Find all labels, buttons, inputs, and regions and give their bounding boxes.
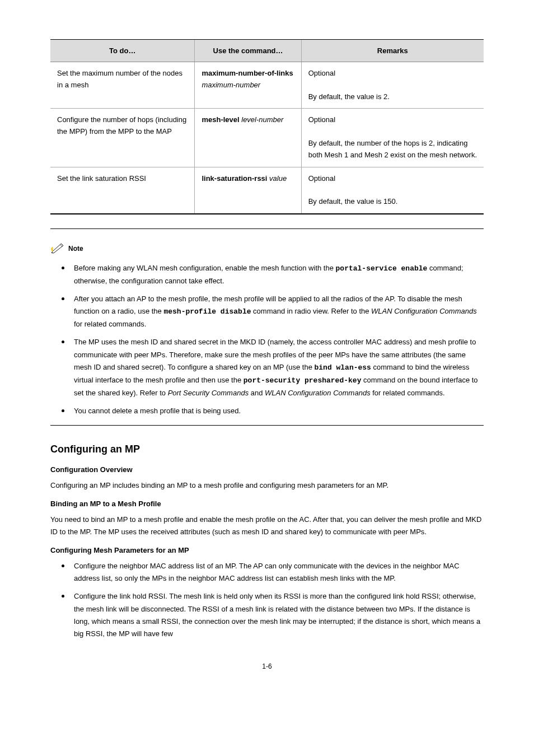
paragraph: You need to bind an MP to a mesh profile…	[50, 514, 484, 538]
table-cell: mesh-level level-number	[195, 109, 301, 167]
table-header: Use the command…	[195, 40, 301, 62]
note-icon	[50, 241, 66, 256]
list-item: After you attach an AP to the mesh profi…	[62, 293, 484, 330]
note-label: Note	[68, 245, 83, 253]
table-cell: Optional By default, the value is 2.	[301, 62, 484, 109]
subheading-bind: Binding an MP to a Mesh Profile	[50, 500, 484, 508]
list-item: The MP uses the mesh ID and shared secre…	[62, 336, 484, 399]
table-cell: Optional By default, the value is 150.	[301, 167, 484, 214]
config-table: To do… Use the command… Remarks Set the …	[50, 39, 484, 214]
page-number: 1-6	[50, 662, 484, 670]
divider	[50, 228, 484, 229]
table-row: Set the maximum number of the nodes in a…	[50, 62, 484, 109]
table-header: To do…	[50, 40, 195, 62]
note-callout: Note	[50, 241, 484, 256]
table-cell: link-saturation-rssi value	[195, 167, 301, 214]
table-header: Remarks	[301, 40, 484, 62]
table-cell: Configure the number of hops (including …	[50, 109, 195, 167]
table-cell: Optional By default, the number of the h…	[301, 109, 484, 167]
table-row: Configure the number of hops (including …	[50, 109, 484, 167]
list-item: Configure the neighbor MAC address list …	[62, 560, 484, 585]
list-item: You cannot delete a mesh profile that is…	[62, 405, 484, 417]
section-heading: Configuring an MP	[50, 444, 484, 455]
list-item: Configure the link hold RSSI. The mesh l…	[62, 590, 484, 640]
paragraph: Configuring an MP includes binding an MP…	[50, 479, 484, 492]
table-cell: Set the maximum number of the nodes in a…	[50, 62, 195, 109]
table-cell: Set the link saturation RSSI	[50, 167, 195, 214]
divider	[50, 425, 484, 426]
table-cell: maximum-number-of-links maximum-number	[195, 62, 301, 109]
list-item: Before making any WLAN mesh configuratio…	[62, 262, 484, 287]
subheading-mesh-params: Configuring Mesh Parameters for an MP	[50, 546, 484, 554]
mesh-params-list: Configure the neighbor MAC address list …	[50, 560, 484, 640]
subheading-overview: Configuration Overview	[50, 465, 484, 474]
table-row: Set the link saturation RSSIlink-saturat…	[50, 167, 484, 214]
notes-list: Before making any WLAN mesh configuratio…	[50, 262, 484, 417]
